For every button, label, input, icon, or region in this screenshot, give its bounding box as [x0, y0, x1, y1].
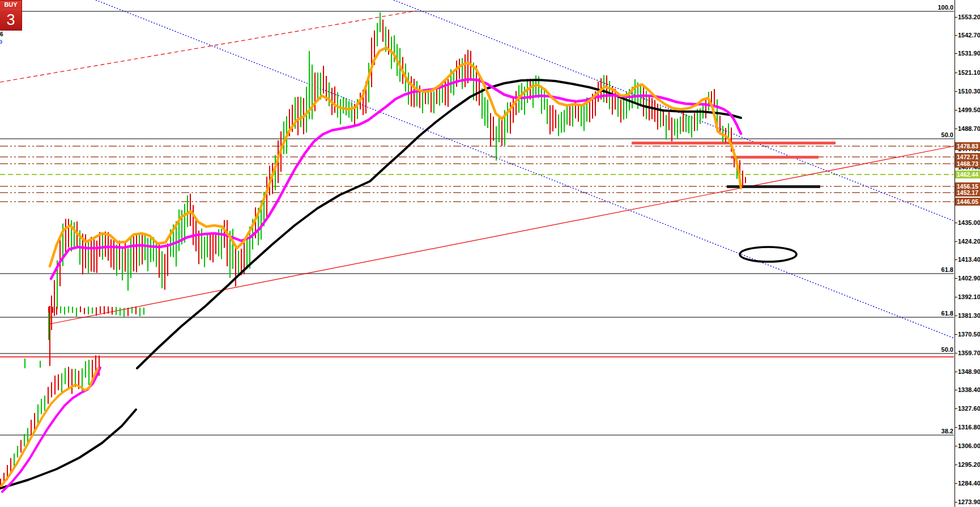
axis-tick — [955, 73, 957, 73]
price-bar — [340, 99, 341, 125]
price-bar — [688, 116, 689, 133]
price-bar — [207, 233, 208, 257]
fib-percent-label: 38.2 — [919, 428, 953, 434]
price-bar — [65, 368, 66, 385]
price-bar — [329, 83, 330, 106]
price-bar — [24, 359, 25, 368]
price-bar — [84, 308, 85, 314]
price-bar — [147, 238, 148, 271]
price-bar — [462, 58, 463, 90]
price-bar — [408, 73, 409, 105]
price-bar — [123, 308, 125, 317]
price-bar — [44, 395, 45, 411]
price-bar — [493, 117, 494, 141]
price-bar — [714, 89, 715, 106]
price-bar — [112, 307, 113, 315]
axis-label: 1499.50 — [958, 106, 980, 113]
symbol-info-fragment-blue: b — [0, 39, 2, 45]
price-bar — [496, 126, 497, 161]
axis-label: 1510.30 — [958, 88, 980, 95]
price-bar — [382, 20, 384, 42]
price-bar — [161, 251, 163, 288]
price-bar — [643, 86, 644, 117]
price-bar — [663, 109, 664, 126]
price-bar — [88, 241, 89, 273]
price-bar — [96, 307, 97, 316]
price-bar — [167, 244, 168, 276]
price-bar — [113, 239, 114, 270]
price-bar — [742, 171, 743, 186]
buy-button[interactable]: BUY 3 — [0, 0, 22, 31]
price-bar — [48, 306, 49, 312]
trendline-red-dashed-rising — [0, 11, 416, 82]
price-bar — [49, 306, 50, 366]
price-bar — [419, 86, 420, 108]
price-bar — [108, 306, 109, 314]
axis-tick — [955, 223, 957, 223]
axis-label: 1553.20 — [958, 14, 980, 20]
axis-tick — [955, 110, 957, 110]
price-bar — [184, 204, 185, 243]
price-bar — [487, 100, 488, 128]
chart-canvas[interactable] — [0, 0, 980, 507]
price-bar — [136, 235, 137, 272]
price-bar — [116, 245, 117, 276]
price-bar — [17, 446, 18, 458]
price-bar — [666, 115, 667, 140]
price-bar — [490, 113, 491, 147]
price-bar — [544, 88, 545, 109]
axis-label: 1316.80 — [958, 424, 980, 431]
price-bar — [24, 434, 25, 446]
axis-tick — [955, 297, 957, 297]
price-bar — [64, 307, 65, 315]
price-bar — [56, 306, 57, 315]
axis-label: 1424.20 — [958, 238, 980, 245]
resistance-band-1472 — [731, 156, 819, 159]
axis-tick — [955, 241, 957, 242]
price-bar — [143, 308, 144, 315]
symbol-info-fragment: 6 — [0, 31, 3, 37]
axis-tick — [955, 129, 957, 129]
price-bar — [334, 87, 335, 113]
price-bar — [210, 233, 211, 261]
price-level-badge: 1452.17 — [955, 189, 980, 197]
price-bar — [578, 104, 579, 122]
price-bar — [74, 222, 75, 248]
price-bar — [139, 235, 140, 266]
price-bar — [130, 238, 131, 278]
price-bar — [685, 114, 687, 132]
price-bar — [501, 117, 502, 146]
price-bar — [668, 112, 670, 130]
price-bar — [120, 308, 121, 316]
price-bar — [283, 121, 284, 154]
axis-label: 1542.70 — [958, 32, 980, 39]
price-bar — [110, 239, 112, 267]
price-bar — [498, 118, 500, 142]
axis-tick — [955, 390, 957, 390]
buy-price-digit: 3 — [0, 10, 22, 30]
axis-label: 1413.40 — [958, 256, 980, 263]
price-level-badge: 1468.73 — [955, 160, 980, 168]
fib-percent-label: 50.0 — [919, 131, 953, 138]
price-bar — [541, 86, 542, 114]
axis-label: 1359.70 — [958, 350, 980, 356]
price-bar — [88, 360, 90, 385]
price-bar — [507, 103, 508, 133]
price-bar — [127, 249, 129, 291]
price-bar — [671, 117, 672, 141]
price-bar — [634, 79, 636, 104]
price-bar — [561, 112, 562, 133]
axis-label: 1531.90 — [958, 50, 980, 57]
price-bar — [351, 102, 352, 122]
axis-label: 1402.90 — [958, 275, 980, 282]
price-bar — [142, 233, 143, 264]
price-bar — [416, 81, 417, 106]
price-bar — [235, 248, 236, 287]
price-bar — [694, 113, 695, 131]
price-bar — [549, 105, 551, 134]
price-bar — [116, 307, 117, 315]
ellipse-annotation[interactable] — [740, 247, 796, 262]
price-bar — [48, 387, 49, 404]
axis-tick — [955, 316, 957, 316]
price-bar — [606, 75, 607, 103]
